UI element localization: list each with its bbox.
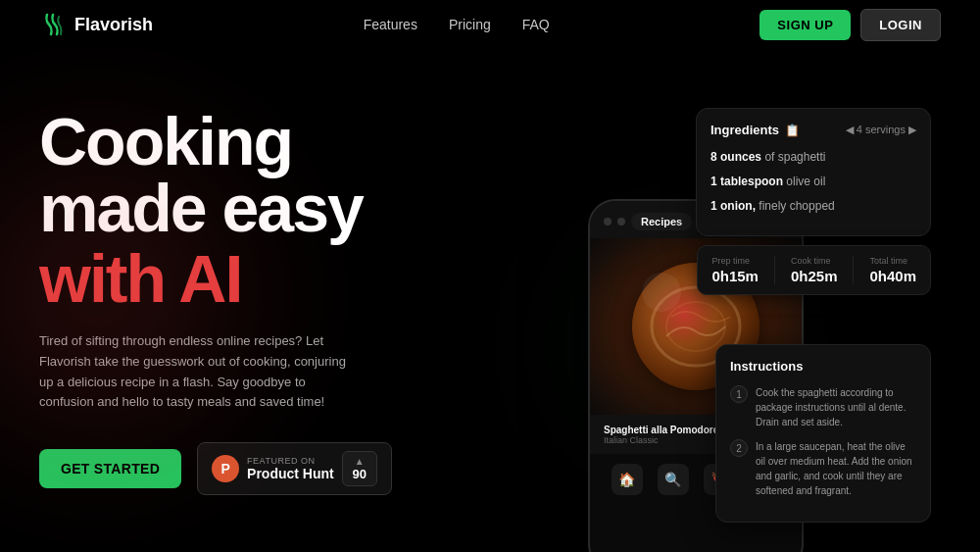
- product-hunt-text: FEATURED ON Product Hunt: [247, 456, 334, 481]
- cook-time-value: 0h25m: [791, 268, 838, 284]
- ingredients-card: Ingredients 📋 ◀ 4 servings ▶ 8 ounces of…: [696, 108, 931, 236]
- step-2-text: In a large saucepan, heat the olive oil …: [756, 439, 916, 498]
- nav-faq[interactable]: FAQ: [522, 17, 550, 32]
- hero-right: Ingredients 📋 ◀ 4 servings ▶ 8 ounces of…: [510, 88, 941, 552]
- product-hunt-name: Product Hunt: [247, 466, 334, 481]
- hero-left: Cooking made easy with AI Tired of sifti…: [39, 88, 510, 495]
- phone-recipe-subtitle: Italian Classic: [604, 435, 719, 445]
- cook-time-stat: Cook time 0h25m: [791, 256, 838, 284]
- search-icon: 🔍: [658, 464, 689, 495]
- hero-subtext: Tired of sifting through endless online …: [39, 331, 353, 413]
- instructions-card: Instructions 1 Cook the spaghetti accord…: [715, 344, 931, 523]
- ingredients-icon: 📋: [785, 124, 800, 137]
- step-1-number: 1: [730, 385, 748, 403]
- cook-time-label: Cook time: [791, 256, 831, 266]
- time-card: Prep time 0h15m Cook time 0h25m Total ti…: [697, 245, 931, 295]
- step-2-number: 2: [730, 439, 748, 457]
- prep-time-value: 0h15m: [711, 268, 759, 284]
- vote-arrow-icon: ▲: [355, 456, 365, 467]
- home-icon: 🏠: [612, 464, 643, 495]
- nav-features[interactable]: Features: [364, 17, 417, 32]
- total-time-label: Total time: [869, 256, 907, 266]
- nav-buttons: SIGN UP LOGIN: [760, 9, 941, 41]
- hero-heading-line1: Cooking made easy: [39, 108, 510, 241]
- nav-links: Features Pricing FAQ: [364, 17, 550, 32]
- login-button[interactable]: LOGIN: [860, 9, 941, 41]
- logo-text: Flavorish: [74, 15, 153, 35]
- time-divider-1: [774, 256, 775, 284]
- ingredients-title: Ingredients 📋: [710, 123, 800, 137]
- servings-control[interactable]: ◀ 4 servings ▶: [846, 124, 916, 136]
- step-1-text: Cook the spaghetti according to package …: [756, 385, 916, 429]
- prep-time-stat: Prep time 0h15m: [711, 256, 759, 284]
- logo-icon: [39, 11, 67, 38]
- phone-recipe-title: Spaghetti alla Pomodoro: [604, 425, 719, 435]
- phone-tab-recipes: Recipes: [631, 213, 692, 230]
- get-started-button[interactable]: GET STARTED: [39, 449, 181, 488]
- product-hunt-logo: P: [212, 455, 239, 482]
- total-time-stat: Total time 0h40m: [869, 256, 916, 284]
- phone-dot-2: [617, 218, 625, 226]
- ingredient-3: 1 onion, finely chopped: [710, 198, 916, 215]
- instructions-title: Instructions: [730, 359, 916, 374]
- time-divider-2: [853, 256, 854, 284]
- hero-heading-ai: with AI: [39, 245, 510, 312]
- ingredients-card-header: Ingredients 📋 ◀ 4 servings ▶: [710, 123, 916, 137]
- instruction-step-1: 1 Cook the spaghetti according to packag…: [730, 385, 916, 429]
- prep-time-label: Prep time: [711, 256, 750, 266]
- product-hunt-featured-label: FEATURED ON: [247, 456, 334, 466]
- logo[interactable]: Flavorish: [39, 11, 153, 38]
- nav-pricing[interactable]: Pricing: [449, 17, 491, 32]
- phone-dot-1: [604, 218, 612, 226]
- phone-icon-search: 🔍: [658, 464, 689, 495]
- vote-count: 90: [352, 467, 366, 481]
- hero-section: Cooking made easy with AI Tired of sifti…: [0, 49, 980, 552]
- product-hunt-badge[interactable]: P FEATURED ON Product Hunt ▲ 90: [197, 442, 392, 495]
- instruction-step-2: 2 In a large saucepan, heat the olive oi…: [730, 439, 916, 498]
- phone-icon-home: 🏠: [612, 464, 643, 495]
- hero-actions: GET STARTED P FEATURED ON Product Hunt ▲…: [39, 442, 510, 495]
- total-time-value: 0h40m: [869, 268, 916, 284]
- ingredient-2: 1 tablespoon olive oil: [710, 174, 916, 190]
- ingredient-1: 8 ounces of spaghetti: [710, 149, 916, 166]
- signup-button[interactable]: SIGN UP: [760, 10, 851, 40]
- product-hunt-votes: ▲ 90: [342, 451, 377, 486]
- navbar: Flavorish Features Pricing FAQ SIGN UP L…: [0, 0, 980, 49]
- svg-point-1: [666, 302, 725, 351]
